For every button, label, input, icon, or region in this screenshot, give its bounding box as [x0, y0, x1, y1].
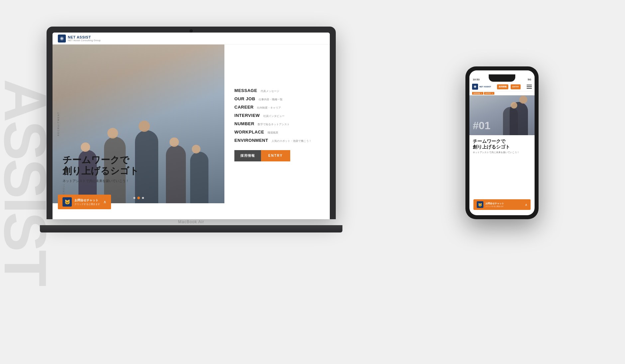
- iphone-chat-subtitle: クリックすると開きます: [485, 205, 504, 207]
- iphone-body: 10:53 5G NET ASSIST 採用情報: [465, 66, 539, 219]
- macbook-base: [40, 225, 342, 232]
- hero-text-overlay: チームワークで 創り上げるシゴト ネットアシストで共に未来を築いていこう！: [62, 154, 139, 183]
- menu-en-career: CAREER: [234, 105, 254, 110]
- recruitment-label: RECRUITMENT: [57, 112, 60, 136]
- iphone-device: 10:53 5G NET ASSIST 採用情報: [465, 66, 539, 219]
- screen-hero: RECRUITMENT チームワークで 創り上げるシゴト ネットアシストで共に未…: [53, 45, 330, 203]
- iphone-dropdown-area: 採用情報 ∨ ENTRY ∨: [469, 91, 535, 95]
- iphone-entry-dropdown[interactable]: ENTRY ∨: [484, 92, 494, 95]
- menu-item-number[interactable]: NUMBER 数字で知るネットアシスト: [234, 120, 323, 128]
- iphone-chat-icon: 🐱: [477, 201, 483, 208]
- iphone-chat-title: お問合せチャット: [485, 202, 504, 205]
- dot-3[interactable]: [142, 197, 144, 199]
- menu-item-workplace[interactable]: WORKPLACE 職場風景: [234, 128, 323, 136]
- iphone-nav-buttons: 採用情報 ENTRY: [497, 84, 521, 89]
- menu-item-ourjob[interactable]: OUR JOB 仕事内容・職種一覧: [234, 95, 323, 103]
- menu-ja-career: 社内制度・キャリア: [257, 106, 281, 110]
- macbook-body: NET ASSIST NET Assist Consulting Group: [47, 27, 336, 219]
- iphone-logo-text: NET ASSIST: [479, 86, 491, 88]
- iphone-saiyou-dropdown[interactable]: 採用情報 ∨: [472, 92, 483, 95]
- menu-en-interview: INTERVIEW: [234, 113, 260, 118]
- macbook-device: NET ASSIST NET Assist Consulting Group: [47, 27, 336, 232]
- iphone-number-badge: #01: [473, 120, 490, 132]
- iphone-heading-1: チームワークで: [473, 138, 531, 144]
- hero-heading-line1: チームワークで: [62, 154, 139, 166]
- macbook-screen: NET ASSIST NET Assist Consulting Group: [53, 33, 330, 219]
- iphone-screen: 10:53 5G NET ASSIST 採用情報: [469, 70, 535, 215]
- menu-ja-number: 数字で知るネットアシスト: [258, 123, 290, 126]
- menu-ja-interview: 社員インタビュー: [263, 114, 285, 118]
- carousel-dots[interactable]: [133, 197, 144, 199]
- saiyou-button[interactable]: 採用情報: [234, 150, 261, 161]
- iphone-hero-image: #01: [469, 95, 535, 135]
- hamburger-line-1: [527, 85, 532, 85]
- logo-text: NET ASSIST NET Assist Consulting Group: [68, 35, 101, 42]
- macbook-brand-label: MacBook Air: [178, 220, 204, 224]
- menu-item-interview[interactable]: INTERVIEW 社員インタビュー: [234, 112, 323, 119]
- menu-ja-environment: 人気のスポット・池袋で働こう！: [272, 139, 312, 143]
- hero-heading-line2: 創り上げるシゴト: [62, 165, 139, 177]
- iphone-navbar: NET ASSIST 採用情報 ENTRY: [469, 82, 535, 91]
- entry-button[interactable]: ENTRY: [261, 150, 290, 161]
- logo-icon: [58, 35, 66, 43]
- iphone-heading-2: 創り上げるシゴト: [473, 144, 531, 150]
- macbook-camera: [189, 29, 193, 33]
- hamburger-menu[interactable]: [527, 85, 532, 89]
- iphone-logo-icon: [472, 84, 478, 90]
- menu-en-message: MESSAGE: [234, 88, 257, 93]
- hero-menu: MESSAGE 代表メッセージ OUR JOB 仕事内容・職種一覧 CAREER…: [224, 45, 330, 203]
- menu-item-environment[interactable]: ENVIRONMENT 人気のスポット・池袋で働こう！: [234, 136, 323, 144]
- screen-logo: NET ASSIST NET Assist Consulting Group: [58, 35, 101, 43]
- iphone-saiyou-button[interactable]: 採用情報: [497, 84, 508, 89]
- iphone-subtext: ネットアシストで共に未来を築いていこう！: [473, 151, 531, 154]
- chat-chevron-icon: ∧: [103, 200, 106, 204]
- chat-text: お問合せチャット クリックすると開きます: [74, 198, 101, 206]
- menu-ja-message: 代表メッセージ: [261, 89, 279, 93]
- menu-en-environment: ENVIRONMENT: [234, 138, 268, 143]
- iphone-hero-text: チームワークで 創り上げるシゴト ネットアシストで共に未来を築いていこう！: [469, 135, 535, 156]
- chat-title: お問合せチャット: [74, 198, 101, 203]
- iphone-chat-widget[interactable]: 🐱 お問合せチャット クリックすると開きます ∧: [473, 199, 531, 210]
- hero-image-area: RECRUITMENT チームワークで 創り上げるシゴト ネットアシストで共に未…: [53, 45, 224, 203]
- menu-ja-workplace: 職場風景: [268, 131, 278, 135]
- iphone-chat-text-area: お問合せチャット クリックすると開きます: [485, 202, 504, 207]
- chat-widget[interactable]: 🐱 お問合せチャット クリックすると開きます ∧: [58, 195, 111, 209]
- chat-subtitle: クリックすると開きます: [74, 203, 101, 206]
- iphone-chat-chevron-icon: ∧: [525, 203, 527, 207]
- menu-en-ourjob: OUR JOB: [234, 96, 255, 101]
- status-time: 10:53: [473, 78, 479, 81]
- iphone-notch: [489, 74, 515, 82]
- hamburger-line-3: [527, 88, 532, 89]
- menu-en-workplace: WORKPLACE: [234, 130, 264, 135]
- screen-navbar: NET ASSIST NET Assist Consulting Group: [53, 33, 330, 45]
- menu-item-message[interactable]: MESSAGE 代表メッセージ: [234, 87, 323, 94]
- dot-2[interactable]: [137, 197, 140, 199]
- cta-buttons: 採用情報 ENTRY: [234, 150, 323, 161]
- hero-subtext: ネットアシストで共に未来を築いていこう！: [62, 179, 139, 183]
- iphone-entry-button[interactable]: ENTRY: [511, 84, 521, 89]
- menu-en-number: NUMBER: [234, 121, 254, 126]
- chat-icon: 🐱: [62, 197, 72, 207]
- menu-ja-ourjob: 仕事内容・職種一覧: [259, 98, 283, 101]
- dot-1[interactable]: [133, 197, 135, 199]
- hamburger-line-2: [527, 86, 532, 87]
- iphone-logo: NET ASSIST: [472, 84, 491, 90]
- menu-item-career[interactable]: CAREER 社内制度・キャリア: [234, 103, 323, 111]
- status-signal: 5G: [528, 78, 531, 81]
